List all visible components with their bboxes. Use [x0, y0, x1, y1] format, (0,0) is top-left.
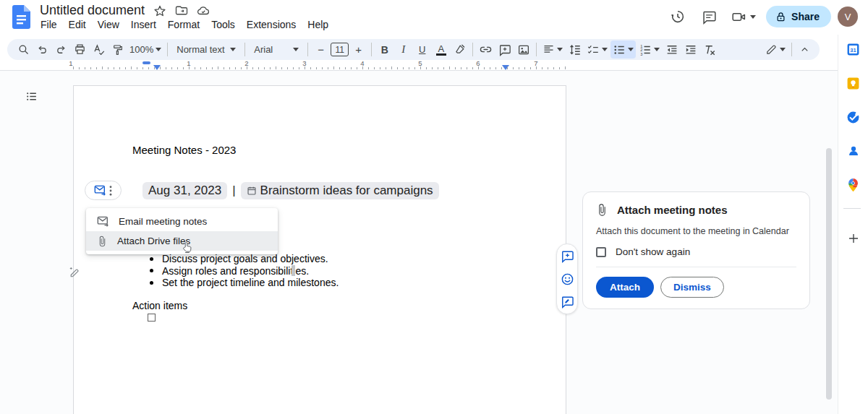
share-button[interactable]: Share [766, 6, 831, 27]
numbered-list-select[interactable]: 123 [637, 40, 662, 59]
side-panel-rail: 31 [838, 35, 868, 414]
cloud-status-icon[interactable] [197, 4, 210, 17]
add-comment-icon[interactable] [495, 40, 514, 59]
decrease-indent-icon[interactable] [663, 40, 681, 59]
insert-image-icon[interactable] [514, 40, 532, 59]
vertical-scrollbar[interactable] [826, 148, 832, 400]
email-meeting-notes-pill[interactable] [85, 181, 122, 200]
star-icon[interactable] [153, 4, 166, 17]
get-addons-plus-icon[interactable] [844, 229, 863, 248]
clear-formatting-icon[interactable] [700, 40, 718, 59]
meeting-date-text: Aug 31, 2023 [148, 184, 221, 198]
line-spacing-icon[interactable] [566, 40, 584, 59]
hide-menus-chevron-icon[interactable] [796, 40, 814, 59]
attach-card-description: Attach this document to the meeting in C… [596, 226, 796, 236]
underline-button[interactable]: U [413, 40, 431, 59]
decrease-font-size-button[interactable]: − [312, 40, 330, 59]
zoom-caret-icon [156, 48, 161, 51]
paragraph-style-select[interactable]: Normal text [171, 40, 241, 59]
align-caret-icon [557, 48, 563, 51]
dismiss-button[interactable]: Dismiss [660, 277, 724, 298]
highlight-color-icon[interactable] [451, 40, 469, 59]
document-heading-text[interactable]: Meeting Notes - 2023 [132, 144, 236, 156]
bold-button[interactable]: B [375, 40, 393, 59]
paint-format-icon[interactable] [109, 40, 127, 59]
checklist-caret-icon [602, 48, 608, 51]
google-calendar-icon[interactable]: 31 [844, 40, 863, 59]
meeting-date-chip[interactable]: Aug 31, 2023 [142, 182, 227, 199]
menu-format[interactable]: Format [162, 18, 205, 31]
print-icon[interactable] [71, 40, 89, 59]
version-history-icon[interactable] [665, 4, 690, 29]
increase-font-size-button[interactable]: + [349, 40, 367, 59]
svg-text:3: 3 [641, 51, 643, 56]
action-item-checkbox[interactable] [148, 314, 156, 322]
spell-check-icon[interactable] [90, 40, 108, 59]
bullet-item[interactable]: Set the project timeline and milestones. [150, 277, 339, 289]
add-emoji-reaction-icon[interactable] [561, 272, 574, 286]
text-color-swatch [436, 53, 446, 56]
bullet-item[interactable]: Assign roles and responsibilities. [150, 265, 339, 277]
hand-cursor-icon [182, 241, 192, 254]
menu-view[interactable]: View [92, 18, 125, 31]
suggest-edits-icon[interactable] [561, 295, 574, 309]
align-select[interactable] [540, 40, 565, 59]
google-tasks-icon[interactable] [844, 108, 863, 126]
document-title[interactable]: Untitled document [40, 3, 145, 18]
document-page[interactable]: Meeting Notes - 2023 Aug 31, 2023 | Brai… [73, 85, 566, 414]
redo-icon[interactable] [52, 40, 70, 59]
add-comment-float-icon[interactable] [561, 249, 574, 263]
attach-button[interactable]: Attach [596, 277, 654, 298]
first-line-indent-marker[interactable] [142, 61, 150, 64]
google-docs-logo-icon[interactable] [12, 5, 30, 30]
meet-video-call-icon[interactable] [728, 4, 760, 29]
font-size-input[interactable]: 11 [331, 43, 349, 56]
increase-indent-icon[interactable] [681, 40, 699, 59]
bullet-text: Assign roles and responsibilities. [162, 265, 309, 277]
checklist-select[interactable] [584, 40, 610, 59]
right-indent-marker[interactable] [502, 65, 509, 70]
chip-more-options-icon[interactable] [109, 186, 112, 196]
font-caret-icon [293, 48, 299, 51]
dont-show-again-checkbox[interactable] [596, 247, 606, 257]
google-contacts-icon[interactable] [844, 142, 863, 160]
editing-mode-select[interactable] [763, 40, 788, 59]
search-menus-icon[interactable] [14, 40, 33, 59]
meet-dropdown-caret-icon[interactable] [750, 15, 756, 19]
menu-help[interactable]: Help [302, 18, 334, 31]
chip-separator: | [232, 184, 235, 198]
action-items-label[interactable]: Action items [132, 300, 187, 311]
menu-edit[interactable]: Edit [63, 18, 92, 31]
font-family-select[interactable]: Arial [249, 40, 304, 59]
attach-meeting-notes-card: Attach meeting notes Attach this documen… [582, 191, 810, 309]
google-maps-icon[interactable] [844, 176, 863, 194]
menu-tools[interactable]: Tools [205, 18, 241, 31]
share-label: Share [791, 11, 820, 22]
bullet-text: Set the project timeline and milestones. [162, 277, 339, 288]
avatar-initial: V [845, 12, 851, 22]
meeting-event-chip[interactable]: Brainstorm ideas for campaigns [241, 182, 439, 199]
menu-file[interactable]: File [35, 18, 63, 31]
italic-button[interactable]: I [394, 40, 412, 59]
margin-edit-pencil-icon[interactable] [67, 265, 80, 278]
menu-extensions[interactable]: Extensions [241, 18, 302, 31]
zoom-select[interactable]: 100% [127, 40, 163, 59]
insert-link-icon[interactable] [477, 40, 495, 59]
menu-insert[interactable]: Insert [125, 18, 162, 31]
undo-icon[interactable] [33, 40, 51, 59]
move-folder-icon[interactable] [175, 4, 188, 17]
open-comments-icon[interactable] [697, 4, 721, 29]
bullet-list: Discuss project goals and objectives. As… [150, 253, 339, 289]
bulleted-list-select[interactable] [610, 40, 636, 59]
show-outline-icon[interactable] [22, 87, 41, 105]
dont-show-again-row[interactable]: Don't show again [596, 246, 796, 257]
account-avatar[interactable]: V [838, 7, 858, 27]
google-keep-icon[interactable] [844, 74, 863, 92]
bullet-item[interactable]: Discuss project goals and objectives. [150, 253, 339, 265]
text-color-button[interactable]: A [432, 40, 450, 59]
font-value: Arial [254, 44, 273, 55]
toolbar-separator [791, 43, 792, 56]
menu-item-email-meeting-notes[interactable]: Email meeting notes [86, 212, 278, 231]
style-value: Normal text [176, 44, 224, 55]
meeting-event-text: Brainstorm ideas for campaigns [260, 184, 433, 198]
